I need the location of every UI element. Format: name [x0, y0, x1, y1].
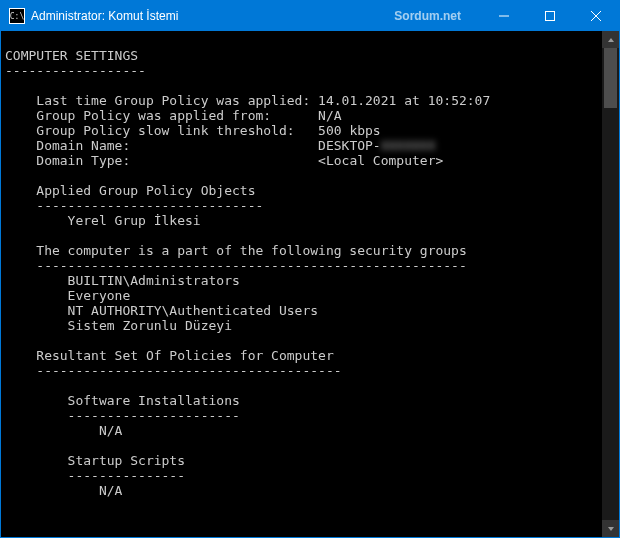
- subsubsection-title: Startup Scripts: [5, 453, 185, 468]
- blurred-hostname: XXXXXXX: [381, 138, 436, 153]
- command-prompt-window: C:\ Administrator: Komut İstemi Sordum.n…: [0, 0, 620, 538]
- vertical-scrollbar[interactable]: [602, 31, 619, 537]
- close-button[interactable]: [573, 1, 619, 31]
- info-row: Group Policy slow link threshold: 500 kb…: [5, 123, 381, 138]
- svg-marker-5: [608, 527, 614, 531]
- cmd-icon: C:\: [9, 8, 25, 24]
- list-item: BUILTIN\Administrators: [5, 273, 240, 288]
- console-area: COMPUTER SETTINGS ------------------ Las…: [1, 31, 619, 537]
- list-item: NT AUTHORITY\Authenticated Users: [5, 303, 318, 318]
- value-na: N/A: [5, 423, 122, 438]
- svg-rect-1: [546, 12, 555, 21]
- list-item: Sistem Zorunlu Düzeyi: [5, 318, 232, 333]
- subsubsection-underline: ---------------: [5, 468, 185, 483]
- window-title: Administrator: Komut İstemi: [31, 9, 178, 23]
- maximize-button[interactable]: [527, 1, 573, 31]
- section-header: COMPUTER SETTINGS: [5, 48, 138, 63]
- subsubsection-underline: ----------------------: [5, 408, 240, 423]
- subsection-title: The computer is a part of the following …: [5, 243, 467, 258]
- section-underline: ------------------: [5, 63, 146, 78]
- info-row: Last time Group Policy was applied: 14.0…: [5, 93, 490, 108]
- info-row: Group Policy was applied from: N/A: [5, 108, 342, 123]
- svg-marker-4: [608, 38, 614, 42]
- scroll-down-button[interactable]: [602, 520, 619, 537]
- subsubsection-title: Software Installations: [5, 393, 240, 408]
- subsection-title: Resultant Set Of Policies for Computer: [5, 348, 334, 363]
- subsection-underline: -----------------------------: [5, 198, 263, 213]
- info-row: Domain Type: <Local Computer>: [5, 153, 443, 168]
- scroll-up-button[interactable]: [602, 31, 619, 48]
- list-item: Yerel Grup İlkesi: [5, 213, 201, 228]
- subsection-title: Applied Group Policy Objects: [5, 183, 255, 198]
- minimize-button[interactable]: [481, 1, 527, 31]
- subsection-underline: ----------------------------------------…: [5, 258, 467, 273]
- list-item: Everyone: [5, 288, 130, 303]
- watermark: Sordum.net: [394, 9, 461, 23]
- scrollbar-thumb[interactable]: [604, 48, 617, 108]
- subsection-underline: ---------------------------------------: [5, 363, 342, 378]
- console-output[interactable]: COMPUTER SETTINGS ------------------ Las…: [1, 31, 602, 537]
- window-controls: [481, 1, 619, 31]
- value-na: N/A: [5, 483, 122, 498]
- titlebar[interactable]: C:\ Administrator: Komut İstemi Sordum.n…: [1, 1, 619, 31]
- scrollbar-track[interactable]: [602, 48, 619, 520]
- info-row: Domain Name: DESKTOP-XXXXXXX: [5, 138, 436, 153]
